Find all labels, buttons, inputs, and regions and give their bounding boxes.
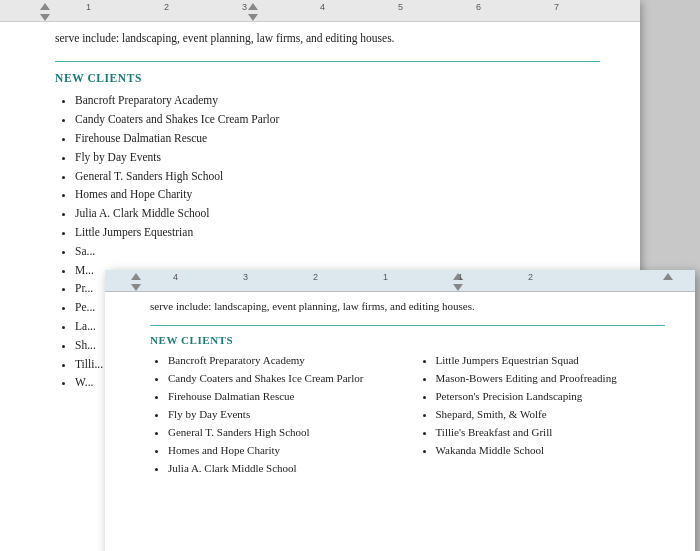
clients-col2: Little Jumpers Equestrian Squad Mason-Bo…: [418, 352, 666, 478]
list-item: Fly by Day Events: [75, 149, 600, 167]
back-section-title: NEW CLIENTS: [55, 72, 600, 84]
list-item: Tillie's Breakfast and Grill: [436, 424, 666, 441]
ruler-front: 4 3 2 1 1 2: [105, 270, 695, 292]
list-item: Mason-Bowers Editing and Proofreading: [436, 370, 666, 387]
list-item: Peterson's Precision Landscaping: [436, 388, 666, 405]
list-item: Wakanda Middle School: [436, 442, 666, 459]
list-item: Little Jumpers Equestrian Squad: [436, 352, 666, 369]
list-item: Fly by Day Events: [168, 406, 398, 423]
ruler-num-6: 6: [476, 2, 481, 12]
list-item: Homes and Hope Charity: [168, 442, 398, 459]
ruler-num-f4: 4: [173, 272, 178, 282]
ruler-num-5: 5: [398, 2, 403, 12]
ruler-num-f1b: 1: [458, 272, 463, 282]
ruler-num-4: 4: [320, 2, 325, 12]
list-item: Little Jumpers Equestrian: [75, 224, 600, 242]
list-item: Firehouse Dalmatian Rescue: [168, 388, 398, 405]
ruler-num-f3: 3: [243, 272, 248, 282]
list-item: Bancroft Preparatory Academy: [75, 92, 600, 110]
list-item: Candy Coaters and Shakes Ice Cream Parlo…: [75, 111, 600, 129]
foreground-document: 4 3 2 1 1 2 serve include: landscaping, …: [105, 270, 695, 551]
ruler-num-3: 3: [242, 2, 247, 12]
ruler-num-7: 7: [554, 2, 559, 12]
list-item: Shepard, Smith, & Wolfe: [436, 406, 666, 423]
section-divider-back: [55, 61, 600, 62]
list-item: General T. Sanders High School: [75, 168, 600, 186]
front-doc-content: serve include: landscaping, event planni…: [105, 292, 695, 498]
ruler-num-1: 1: [86, 2, 91, 12]
list-item: Candy Coaters and Shakes Ice Cream Parlo…: [168, 370, 398, 387]
list-item: Firehouse Dalmatian Rescue: [75, 130, 600, 148]
list-item: Bancroft Preparatory Academy: [168, 352, 398, 369]
ruler-num-f2b: 2: [528, 272, 533, 282]
list-item: General T. Sanders High School: [168, 424, 398, 441]
back-intro-text: serve include: landscaping, event planni…: [55, 30, 600, 47]
ruler-num-2: 2: [164, 2, 169, 12]
list-item: Homes and Hope Charity: [75, 186, 600, 204]
list-item: Julia A. Clark Middle School: [75, 205, 600, 223]
list-item: Julia A. Clark Middle School: [168, 460, 398, 477]
front-section-title: NEW CLIENTS: [150, 334, 665, 346]
front-intro-text: serve include: landscaping, event planni…: [150, 298, 665, 315]
list-item: Sa...: [75, 243, 600, 261]
ruler-num-f2: 2: [313, 272, 318, 282]
ruler-num-f1: 1: [383, 272, 388, 282]
section-divider-front: [150, 325, 665, 326]
two-column-layout: Bancroft Preparatory Academy Candy Coate…: [150, 352, 665, 478]
ruler-back: 1 2 3 4 5 6 7: [0, 0, 640, 22]
clients-col1: Bancroft Preparatory Academy Candy Coate…: [150, 352, 398, 478]
